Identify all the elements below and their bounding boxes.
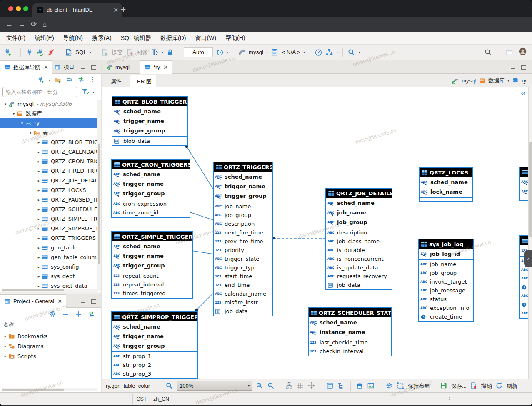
tree-expander-icon[interactable]: ▸ bbox=[36, 227, 42, 231]
tasks-icon[interactable] bbox=[325, 48, 333, 56]
undo-label[interactable]: 撤销 bbox=[481, 382, 492, 390]
tree-expander-icon[interactable]: ▸ bbox=[36, 255, 42, 259]
tree-expander-icon[interactable]: ▸ bbox=[36, 265, 42, 269]
undo-icon[interactable] bbox=[470, 382, 478, 390]
er-field-exception_info[interactable]: ABCexception_info bbox=[419, 304, 473, 312]
tree-item-gen_table_column[interactable]: ▸gen_table_column bbox=[0, 252, 101, 262]
tree-vertical-scrollbar[interactable] bbox=[97, 100, 101, 291]
back-icon[interactable]: ← bbox=[6, 20, 13, 30]
er-field-trigger_name[interactable]: ABCtrigger_name bbox=[214, 182, 272, 191]
collapse-palette-icon[interactable] bbox=[520, 90, 527, 97]
er-field-sched_name[interactable]: ABCsched_name bbox=[309, 318, 391, 327]
auto-layout-icon[interactable] bbox=[285, 382, 293, 390]
tree-expander-icon[interactable]: ▸ bbox=[36, 179, 42, 183]
menu-数据库D[interactable]: 数据库(D) bbox=[156, 35, 190, 42]
tree-item-QRTZ_TRIGGERS[interactable]: ▸QRTZ_TRIGGERS bbox=[0, 233, 101, 243]
nav-more-icon[interactable] bbox=[89, 76, 97, 84]
save-label[interactable]: 保存... bbox=[451, 382, 467, 390]
tree-item-QRTZ_SCHEDULER_STATE[interactable]: ▸QRTZ_SCHEDULER_STATE bbox=[0, 204, 101, 214]
active-connection-label[interactable]: mysql bbox=[249, 49, 263, 55]
er-field-priority[interactable]: 123priority bbox=[214, 246, 272, 254]
er-field-repeat_interval[interactable]: 123repeat_interval bbox=[112, 280, 192, 289]
er-field-clipped[interactable]: ABC bbox=[520, 274, 528, 283]
er-field-clipped[interactable] bbox=[520, 300, 528, 309]
er-field-description[interactable]: ABCdescription bbox=[214, 219, 272, 228]
er-field-times_triggered[interactable]: 123times_triggered bbox=[112, 289, 192, 298]
editor-maximize-icon[interactable] bbox=[521, 65, 526, 70]
close-tab-icon[interactable]: ✕ bbox=[113, 7, 118, 13]
er-field-trigger_name[interactable]: ABCtrigger_name bbox=[112, 116, 187, 126]
er-entity-QRTZ_JOB_DETAILS[interactable]: QRTZ_JOB_DETAILSABCsched_nameABCjob_name… bbox=[325, 188, 392, 290]
canvas-vertical-scrollbar[interactable] bbox=[528, 87, 532, 379]
er-field-instance_name[interactable]: ABCinstance_name bbox=[309, 327, 391, 337]
er-entity-QRTZ_SIMPLE_TRIGGERS[interactable]: QRTZ_SIMPLE_TRIGGERSABCsched_nameABCtrig… bbox=[111, 231, 193, 299]
project-maximize-icon[interactable] bbox=[91, 299, 96, 304]
er-entity-QRTZ_SCHEDULER_STATE[interactable]: QRTZ_SCHEDULER_STATEABCsched_nameABCinst… bbox=[308, 307, 392, 356]
close-ry-tab-icon[interactable]: ✕ bbox=[163, 64, 168, 70]
er-field-clipped[interactable]: ABC bbox=[520, 177, 528, 187]
menu-搜索A[interactable]: 搜索(A) bbox=[87, 35, 116, 42]
tree-item-表[interactable]: ▾表 bbox=[0, 128, 101, 137]
er-entity-header[interactable]: QRTZ_TRIGGERS bbox=[214, 162, 272, 172]
er-entity-header[interactable]: sys_job_log bbox=[419, 239, 473, 249]
project-minimize-icon[interactable] bbox=[81, 299, 85, 303]
maximize-panel-icon[interactable] bbox=[91, 65, 96, 70]
close-window-button[interactable] bbox=[8, 6, 13, 11]
toggle-grid-icon[interactable] bbox=[297, 382, 305, 390]
er-field-job_log_id[interactable]: 123job_log_id bbox=[419, 249, 473, 259]
er-field-repeat_count[interactable]: 123repeat_count bbox=[112, 271, 192, 280]
er-entity-header[interactable]: QRTZ_LOCKS bbox=[420, 168, 472, 177]
er-entity-header[interactable] bbox=[520, 167, 528, 177]
breadcrumb-schema[interactable]: ry bbox=[522, 77, 526, 84]
er-field-sched_name[interactable]: ABCsched_name bbox=[214, 172, 272, 182]
refresh-label[interactable]: 刷新 bbox=[507, 382, 517, 390]
project-horizontal-scrollbar[interactable] bbox=[2, 388, 97, 391]
breadcrumb-caret-icon[interactable]: ▾ bbox=[507, 79, 509, 82]
tree-expander-icon[interactable]: ▾ bbox=[2, 102, 8, 106]
global-search-icon[interactable] bbox=[484, 48, 492, 56]
commit-mode-select[interactable]: Auto bbox=[184, 47, 213, 57]
er-diagram-canvas[interactable]: QRTZ_BLOB_TRIGGERSABCsched_nameABCtrigge… bbox=[102, 87, 528, 379]
er-field-trigger_group[interactable]: ABCtrigger_group bbox=[214, 191, 272, 201]
project-item-scripts[interactable]: ▸Scripts bbox=[0, 351, 101, 361]
er-field-end_time[interactable]: 123end_time bbox=[214, 281, 272, 289]
er-field-clipped[interactable]: ABC bbox=[520, 187, 528, 196]
active-schema-icon[interactable] bbox=[271, 48, 279, 56]
filter-caret-icon[interactable]: ▾ bbox=[92, 90, 94, 94]
er-field-job_name[interactable]: ABCjob_name bbox=[419, 260, 473, 269]
tree-item-sys_config[interactable]: ▸sys_config bbox=[0, 262, 101, 271]
er-field-start_time[interactable]: 123start_time bbox=[214, 272, 272, 281]
show-notes-icon[interactable] bbox=[326, 382, 334, 390]
tree-expander-icon[interactable]: ▸ bbox=[36, 236, 42, 240]
tree-expander-icon[interactable]: ▸ bbox=[36, 159, 42, 164]
er-entity-clipped[interactable]: 123ABCABCABCABCABC bbox=[519, 235, 528, 319]
editor-tab-ry[interactable]: *ry ✕ bbox=[140, 60, 172, 74]
er-field-misfire_instr[interactable]: 123misfire_instr bbox=[214, 298, 272, 307]
er-entity-sys_job_log[interactable]: sys_job_log123job_log_idABCjob_nameABCjo… bbox=[418, 239, 474, 322]
tree-item-QRTZ_SIMPLE_TRIGGERS[interactable]: ▸QRTZ_SIMPLE_TRIGGERS bbox=[0, 214, 101, 224]
close-project-icon[interactable]: ✕ bbox=[57, 298, 62, 304]
tree-horizontal-scrollbar[interactable] bbox=[2, 289, 97, 292]
connection-caret-icon[interactable]: ▾ bbox=[266, 50, 268, 54]
project-expander-icon[interactable]: ▸ bbox=[2, 354, 8, 358]
status-locale[interactable]: zh_CN bbox=[151, 393, 172, 405]
menu-编辑E[interactable]: 编辑(E) bbox=[30, 35, 59, 42]
er-field-trigger_name[interactable]: ABCtrigger_name bbox=[112, 331, 197, 341]
commit-label[interactable]: 提交 bbox=[112, 49, 123, 56]
tree-item-QRTZ_PAUSED_TRIGGER_GRPS[interactable]: ▸QRTZ_PAUSED_TRIGGER_GRPS bbox=[0, 195, 101, 204]
er-entity-clipped[interactable]: ABCABC bbox=[519, 167, 528, 201]
new-connection-icon[interactable] bbox=[3, 48, 11, 56]
export-image-icon[interactable] bbox=[367, 382, 375, 390]
keep-layout-label[interactable]: 保持布局 bbox=[408, 382, 430, 390]
er-entity-header[interactable] bbox=[520, 236, 528, 245]
nav-new-connection-caret-icon[interactable]: ▾ bbox=[49, 78, 50, 82]
tree-item-sys_dept[interactable]: ▸sys_dept bbox=[0, 271, 101, 281]
er-field-trigger_type[interactable]: ABCtrigger_type bbox=[214, 263, 272, 272]
zoom-in-icon[interactable] bbox=[256, 382, 264, 390]
er-field-next_fire_time[interactable]: 123next_fire_time bbox=[214, 228, 272, 237]
er-field-trigger_state[interactable]: ABCtrigger_state bbox=[214, 254, 272, 263]
rollback-icon[interactable] bbox=[126, 48, 134, 56]
er-field-is_update_data[interactable]: ABCis_update_data bbox=[326, 263, 392, 272]
active-schema-label[interactable]: < N/A > bbox=[282, 49, 300, 55]
tree-expander-icon[interactable]: ▸ bbox=[36, 140, 42, 144]
